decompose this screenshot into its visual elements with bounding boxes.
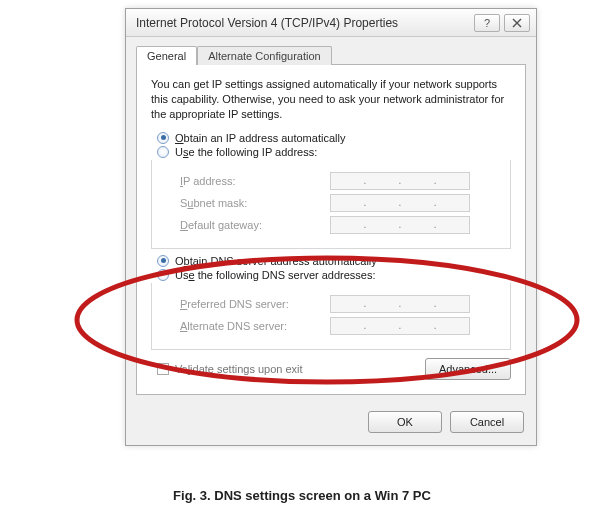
window-title: Internet Protocol Version 4 (TCP/IPv4) P…	[136, 16, 470, 30]
subnet-mask-input: ...	[330, 194, 470, 212]
tab-page-general: You can get IP settings assigned automat…	[136, 64, 526, 395]
ipv4-properties-dialog: Internet Protocol Version 4 (TCP/IPv4) P…	[125, 8, 537, 446]
radio-ip-auto[interactable]: Obtain an IP address automatically	[157, 132, 511, 144]
close-button[interactable]	[504, 14, 530, 32]
alternate-dns-input: ...	[330, 317, 470, 335]
alternate-dns-label: Alternate DNS server:	[180, 320, 330, 332]
cancel-button[interactable]: Cancel	[450, 411, 524, 433]
tab-alternate[interactable]: Alternate Configuration	[197, 46, 332, 65]
radio-icon	[157, 132, 169, 144]
radio-dns-manual[interactable]: Use the following DNS server addresses:	[157, 269, 511, 281]
radio-icon	[157, 255, 169, 267]
bottom-row: Validate settings upon exit Advanced...	[151, 358, 511, 380]
validate-label: Validate settings upon exit	[175, 363, 303, 375]
radio-dns-auto[interactable]: Obtain DNS server address automatically	[157, 255, 511, 267]
preferred-dns-input: ...	[330, 295, 470, 313]
ip-address-input: ...	[330, 172, 470, 190]
radio-ip-auto-label: btain an IP address automatically	[184, 132, 346, 144]
close-icon	[512, 18, 522, 28]
intro-text: You can get IP settings assigned automat…	[151, 77, 511, 122]
ip-address-label: IP address:	[180, 175, 330, 187]
default-gateway-input: ...	[330, 216, 470, 234]
figure-caption: Fig. 3. DNS settings screen on a Win 7 P…	[0, 488, 604, 503]
dialog-buttons: OK Cancel	[126, 405, 536, 445]
subnet-mask-label: Subnet mask:	[180, 197, 330, 209]
tabstrip: General Alternate Configuration	[126, 37, 536, 64]
radio-ip-manual[interactable]: Use the following IP address:	[157, 146, 511, 158]
dns-group: Preferred DNS server: ... Alternate DNS …	[151, 283, 511, 350]
preferred-dns-label: Preferred DNS server:	[180, 298, 330, 310]
radio-icon	[157, 269, 169, 281]
ok-button[interactable]: OK	[368, 411, 442, 433]
advanced-button[interactable]: Advanced...	[425, 358, 511, 380]
validate-checkbox[interactable]	[157, 363, 169, 375]
tab-general[interactable]: General	[136, 46, 197, 65]
ip-group: IP address: ... Subnet mask: ... Default…	[151, 160, 511, 249]
help-button[interactable]: ?	[474, 14, 500, 32]
radio-icon	[157, 146, 169, 158]
titlebar: Internet Protocol Version 4 (TCP/IPv4) P…	[126, 9, 536, 37]
default-gateway-label: Default gateway:	[180, 219, 330, 231]
